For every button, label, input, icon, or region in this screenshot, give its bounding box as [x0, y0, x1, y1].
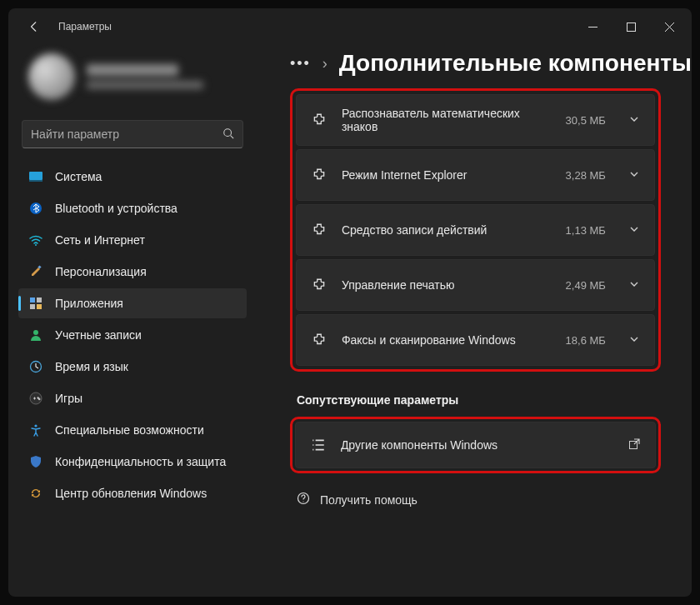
feature-row[interactable]: Управление печатью 2,49 МБ [296, 259, 655, 311]
titlebar: Параметры [8, 8, 692, 45]
feature-row[interactable]: Факсы и сканирование Windows 18,6 МБ [296, 314, 655, 366]
related-row-label: Другие компоненты Windows [341, 438, 613, 452]
svg-line-3 [231, 135, 234, 138]
svg-point-16 [34, 424, 37, 427]
sidebar-item-accessibility[interactable]: Специальные возможности [18, 415, 247, 445]
sidebar-item-label: Bluetooth и устройства [55, 202, 178, 215]
sidebar-item-bluetooth[interactable]: Bluetooth и устройства [18, 193, 247, 223]
sidebar-item-label: Учетные записи [55, 328, 142, 342]
arrow-left-icon [28, 21, 40, 32]
window-controls [573, 13, 688, 40]
svg-rect-9 [30, 298, 35, 302]
open-external-icon [628, 438, 640, 452]
display-icon [28, 169, 43, 184]
feature-row[interactable]: Средство записи действий 1,13 МБ [296, 204, 655, 256]
feature-size: 18,6 МБ [566, 334, 606, 347]
feature-label: Режим Internet Explorer [342, 168, 551, 182]
back-button[interactable] [20, 12, 48, 41]
chevron-down-icon [629, 278, 639, 292]
sidebar-item-privacy[interactable]: Конфиденциальность и защита [18, 447, 247, 477]
feature-label: Факсы и сканирование Windows [342, 333, 551, 347]
extension-icon [312, 112, 327, 128]
related-group-highlight: Другие компоненты Windows [290, 417, 661, 473]
chevron-right-icon: › [322, 55, 328, 72]
accounts-icon [28, 328, 43, 342]
svg-point-13 [33, 330, 38, 335]
sidebar-item-personalization[interactable]: Персонализация [18, 257, 247, 287]
feature-size: 30,5 МБ [566, 114, 606, 127]
avatar [28, 53, 75, 100]
sidebar-item-time[interactable]: Время и язык [18, 352, 247, 382]
sidebar-item-label: Приложения [55, 297, 123, 310]
feature-label: Средство записи действий [342, 223, 551, 237]
breadcrumb: ••• › Дополнительные компоненты [290, 50, 692, 77]
close-icon [665, 22, 674, 32]
feature-size: 2,49 МБ [566, 279, 606, 292]
shield-icon [28, 454, 43, 469]
search-input[interactable] [31, 128, 222, 141]
related-row-more-windows-features[interactable]: Другие компоненты Windows [295, 422, 656, 468]
maximize-icon [627, 22, 636, 32]
sidebar-item-gaming[interactable]: Игры [18, 383, 247, 413]
maximize-button[interactable] [612, 13, 650, 40]
sidebar-item-apps[interactable]: Приложения [18, 288, 247, 318]
search-box[interactable] [22, 120, 243, 148]
sidebar-item-label: Время и язык [55, 360, 128, 373]
window-title: Параметры [58, 21, 112, 32]
sidebar-item-update[interactable]: Центр обновления Windows [18, 478, 247, 508]
paintbrush-icon [28, 264, 43, 279]
search-icon [222, 128, 234, 142]
accessibility-icon [28, 422, 43, 438]
apps-icon [28, 296, 43, 311]
profile-block[interactable] [18, 45, 247, 115]
nav-list: Система Bluetooth и устройства Сеть и Ин… [18, 162, 247, 508]
svg-rect-4 [29, 172, 42, 180]
feature-label: Распознаватель математических знаков [342, 107, 551, 133]
gaming-icon [28, 391, 43, 406]
help-icon [297, 492, 310, 508]
profile-text [87, 64, 203, 89]
page-title: Дополнительные компоненты [339, 50, 692, 77]
main-content: ••• › Дополнительные компоненты Распозна… [257, 45, 692, 597]
sidebar: Система Bluetooth и устройства Сеть и Ин… [8, 45, 257, 597]
update-icon [28, 486, 43, 501]
svg-rect-5 [29, 180, 42, 182]
list-icon [311, 438, 326, 452]
sidebar-item-accounts[interactable]: Учетные записи [18, 320, 247, 350]
sidebar-item-label: Сеть и Интернет [55, 233, 145, 247]
chevron-down-icon [629, 168, 639, 182]
extension-icon [312, 222, 327, 238]
sidebar-item-label: Система [55, 170, 102, 183]
sidebar-item-label: Персонализация [55, 265, 147, 278]
svg-rect-10 [37, 298, 42, 302]
chevron-down-icon [629, 223, 639, 237]
extension-icon [312, 332, 327, 348]
feature-row[interactable]: Режим Internet Explorer 3,28 МБ [296, 149, 655, 201]
close-button[interactable] [650, 13, 688, 40]
minimize-button[interactable] [573, 13, 612, 40]
bluetooth-icon [28, 201, 43, 216]
breadcrumb-collapsed[interactable]: ••• [290, 55, 311, 72]
wifi-icon [28, 232, 43, 248]
svg-point-7 [35, 244, 37, 246]
svg-rect-11 [30, 304, 35, 309]
settings-window: Параметры Систем [8, 8, 692, 597]
feature-row[interactable]: Распознаватель математических знаков 30,… [296, 94, 655, 146]
get-help-link[interactable]: Получить помощь [297, 492, 692, 508]
minimize-icon [588, 22, 598, 32]
chevron-down-icon [629, 333, 639, 347]
sidebar-item-system[interactable]: Система [18, 162, 247, 192]
chevron-down-icon [629, 113, 639, 127]
svg-rect-1 [627, 22, 635, 31]
extension-icon [312, 278, 327, 292]
feature-label: Управление печатью [342, 278, 551, 292]
feature-size: 3,28 МБ [566, 169, 606, 182]
extension-icon [312, 168, 327, 182]
sidebar-item-network[interactable]: Сеть и Интернет [18, 225, 247, 255]
help-label: Получить помощь [320, 493, 418, 507]
feature-size: 1,13 МБ [566, 224, 606, 237]
related-section-title: Сопутствующие параметры [297, 393, 692, 407]
svg-point-2 [224, 128, 232, 136]
sidebar-item-label: Центр обновления Windows [55, 487, 207, 500]
sidebar-item-label: Игры [55, 392, 82, 405]
